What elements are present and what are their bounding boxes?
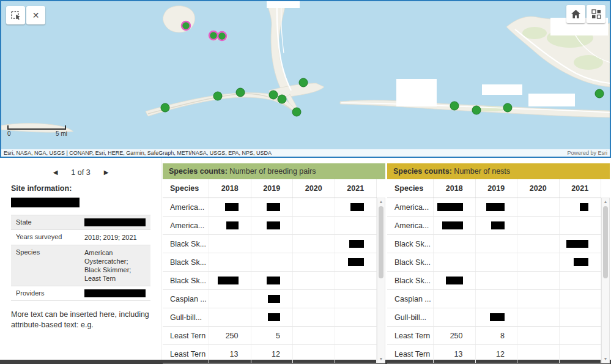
redacted-value	[446, 277, 463, 284]
site-info-value: American Oystercatcher; Black Skimmer; L…	[80, 245, 150, 286]
basemap-button[interactable]	[587, 5, 605, 23]
map-marker-selected[interactable]	[218, 32, 226, 40]
redacted-value	[225, 203, 239, 211]
species-cell: Least Tern	[163, 327, 209, 344]
prev-page-button[interactable]: ◀	[52, 168, 59, 177]
value-cell	[560, 235, 602, 253]
map-canvas[interactable]	[1, 1, 610, 157]
map-marker-selected[interactable]	[209, 31, 218, 40]
site-info-value	[80, 286, 150, 300]
scrollbar-thumb[interactable]	[379, 206, 383, 278]
column-header: 2019	[476, 179, 518, 198]
table-title-bold: Species counts:	[169, 167, 228, 176]
value-cell: 12	[476, 345, 518, 363]
value-cell	[560, 198, 602, 216]
value-cell	[293, 235, 335, 253]
scrollbar-thumb[interactable]	[603, 206, 608, 278]
redacted-value	[267, 277, 280, 284]
table-row: America...	[387, 198, 601, 217]
value-cell	[434, 235, 476, 253]
value-cell	[335, 308, 377, 326]
value-cell	[251, 272, 294, 289]
map-marker[interactable]	[595, 89, 604, 98]
table-row: America...	[163, 217, 377, 235]
site-info-row: State	[11, 215, 150, 230]
map-marker[interactable]	[503, 103, 512, 112]
redacted-value	[226, 221, 239, 229]
scrollbar-column: ▲ ▼	[601, 179, 610, 363]
map-marker[interactable]	[278, 95, 286, 103]
site-info-row: Providers	[11, 286, 150, 301]
value-cell	[335, 290, 377, 308]
redacted-value	[268, 313, 280, 321]
table-row: Least Tern2508	[387, 327, 601, 345]
basemap-grid-icon	[591, 9, 601, 19]
close-icon: ✕	[32, 10, 40, 20]
scroll-up-icon[interactable]: ▲	[377, 198, 385, 206]
value-cell	[335, 272, 377, 289]
table-row: Gull-bill...	[387, 308, 601, 327]
value-cell	[209, 272, 251, 289]
table-row: Gull-bill...	[163, 308, 377, 327]
redacted-value	[348, 258, 364, 266]
value-cell	[293, 345, 335, 363]
map-toolbar-right	[566, 5, 605, 23]
table-row: Least Tern2505	[163, 327, 377, 345]
value-cell	[251, 253, 294, 271]
column-header: Species	[163, 179, 209, 198]
table-row: Black Sk...	[163, 235, 377, 253]
redacted-value	[350, 203, 364, 211]
value-cell	[517, 290, 560, 308]
table-title-rest: Number of breeding pairs	[228, 167, 316, 176]
value-cell	[251, 235, 294, 253]
map-marker[interactable]	[269, 91, 278, 99]
site-info-label: Years surveyed	[11, 230, 80, 245]
species-cell: Black Sk...	[387, 235, 434, 253]
table-row: America...	[163, 198, 377, 217]
map-marker[interactable]	[292, 108, 301, 116]
value-cell	[560, 272, 602, 289]
value-cell	[293, 308, 335, 326]
table-row: Least Tern1312	[163, 345, 377, 363]
value-cell	[251, 198, 294, 216]
value-cell	[335, 345, 377, 363]
site-info-label: Species	[11, 245, 80, 286]
value-cell: 8	[476, 327, 518, 344]
nests-title: Species counts: Number of nests	[387, 163, 610, 179]
value-cell	[209, 235, 251, 253]
scalebar-zero-label: 0	[7, 130, 11, 137]
close-button[interactable]: ✕	[26, 6, 45, 24]
table-body: America...America...Black Sk...Black Sk.…	[387, 198, 601, 363]
vertical-scrollbar[interactable]: ▲ ▼	[601, 198, 610, 363]
scalebar-line	[7, 125, 66, 130]
value-cell	[293, 253, 335, 271]
map-marker[interactable]	[161, 103, 169, 112]
value-cell	[476, 290, 518, 308]
species-cell: America...	[387, 198, 434, 216]
table-row: Caspian ...	[387, 290, 601, 308]
value-cell: 5	[251, 327, 294, 344]
value-cell	[434, 308, 476, 326]
value-cell	[251, 217, 294, 234]
map-marker[interactable]	[450, 102, 459, 110]
table-row: Caspian ...	[163, 290, 377, 308]
value-cell	[209, 198, 251, 216]
map-marker[interactable]	[213, 92, 222, 100]
value-cell	[517, 198, 560, 216]
value-cell	[517, 253, 560, 271]
map-marker[interactable]	[299, 78, 308, 87]
select-tool-button[interactable]	[6, 6, 25, 24]
map-marker[interactable]	[472, 106, 481, 114]
map-marker[interactable]	[236, 88, 245, 97]
species-cell: America...	[387, 217, 434, 234]
next-page-button[interactable]: ▶	[103, 168, 110, 177]
species-cell: Black Sk...	[387, 253, 434, 271]
scroll-up-icon[interactable]: ▲	[602, 198, 609, 206]
home-button[interactable]	[566, 5, 585, 23]
vertical-scrollbar[interactable]: ▲ ▼	[377, 198, 385, 363]
species-cell: America...	[163, 217, 209, 234]
map-marker-selected[interactable]	[182, 21, 190, 30]
scroll-down-icon[interactable]: ▼	[602, 355, 609, 363]
species-cell: America...	[163, 198, 209, 216]
scroll-down-icon[interactable]: ▼	[377, 355, 385, 363]
